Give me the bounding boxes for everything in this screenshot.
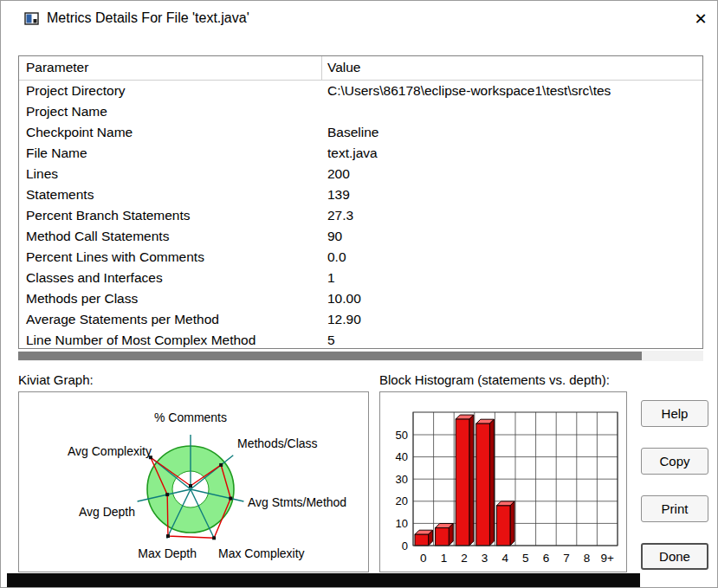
value-cell: 200 [322,164,702,184]
histogram-x-tick: 6 [543,552,550,565]
table-body: Project DirectoryC:\Users\86178\eclipse-… [19,81,702,349]
horizontal-scrollbar[interactable] [18,351,703,361]
value-cell: 12.90 [322,309,702,330]
value-cell: 5 [322,330,702,349]
kiviat-axis-label: Avg Depth [79,505,135,519]
param-cell: Methods per Class [19,288,322,309]
value-cell: C:\Users\86178\eclipse-workspace1\test\s… [322,81,702,101]
table-row[interactable]: Methods per Class10.00 [19,288,702,309]
table-row[interactable]: Lines200 [19,164,702,184]
kiviat-axis-label: Methods/Class [237,436,318,450]
value-cell: 90 [322,226,702,247]
histogram-x-tick: 4 [501,552,508,565]
kiviat-axis-label: Max Complexity [218,546,305,560]
titlebar: Metrics Details For File 'text.java' ✕ [1,1,717,39]
col-header-value[interactable]: Value [322,56,702,80]
table-row[interactable]: Checkpoint NameBaseline [19,122,702,143]
histogram-y-tick: 10 [396,517,408,530]
table-row[interactable]: Percent Branch Statements27.3 [19,205,702,226]
histogram-x-tick: 8 [584,552,591,565]
histogram-x-tick: 1 [441,552,448,565]
table-row[interactable]: Project DirectoryC:\Users\86178\eclipse-… [19,81,702,101]
kiviat-axis-label: Max Depth [138,546,197,560]
table-row[interactable]: Average Statements per Method12.90 [19,309,702,330]
table-row[interactable]: Project Name [19,101,702,122]
table-row[interactable]: Classes and Interfaces1 [19,268,702,288]
histogram-x-tick: 2 [461,552,468,565]
print-button[interactable]: Print [641,495,708,522]
kiviat-axis-label: % Comments [154,410,227,424]
kiviat-section-label: Kiviat Graph: [18,372,94,387]
close-button[interactable]: ✕ [689,7,713,31]
kiviat-axis-label: Avg Complexity [68,444,152,458]
metrics-table: Parameter Value Project DirectoryC:\User… [18,55,703,349]
param-cell: Project Directory [19,81,322,101]
kiviat-axis-label: Avg Stmts/Method [248,495,346,509]
histogram-y-tick: 30 [396,473,408,486]
table-row[interactable]: Statements139 [19,184,702,205]
table-row[interactable]: Line Number of Most Complex Method5 [19,330,702,349]
param-cell: Classes and Interfaces [19,268,322,288]
histogram-section-label: Block Histogram (statements vs. depth): [379,372,610,387]
param-cell: Method Call Statements [19,226,322,247]
background-window-strip [7,573,640,588]
histogram-y-tick: 0 [402,540,408,552]
histogram-x-tick: 5 [522,552,529,565]
copy-button[interactable]: Copy [641,448,708,475]
param-cell: Checkpoint Name [19,122,322,143]
help-button[interactable]: Help [641,400,708,427]
histogram-y-tick: 50 [396,429,408,442]
value-cell: 139 [322,184,702,205]
histogram-y-tick: 40 [396,450,408,463]
param-cell: Line Number of Most Complex Method [19,330,322,349]
kiviat-chart: % CommentsMethods/ClassAvg Stmts/MethodM… [19,392,368,572]
table-row[interactable]: Method Call Statements90 [19,226,702,247]
param-cell: Lines [19,164,322,184]
param-cell: Percent Branch Statements [19,205,322,226]
value-cell: 10.00 [322,288,702,309]
table-row[interactable]: Percent Lines with Comments0.0 [19,247,702,268]
param-cell: Average Statements per Method [19,309,322,330]
param-cell: Project Name [19,101,322,122]
param-cell: Statements [19,184,322,205]
window-title: Metrics Details For File 'text.java' [47,10,249,26]
col-header-parameter[interactable]: Parameter [19,56,322,80]
histogram-x-tick: 9+ [600,552,614,565]
value-cell: Baseline [322,122,702,143]
kiviat-graph-box: % CommentsMethods/ClassAvg Stmts/MethodM… [18,391,369,572]
done-button[interactable]: Done [641,543,708,570]
value-cell: 27.3 [322,205,702,226]
histogram-x-tick: 7 [563,552,570,565]
block-histogram-box: 010203040500123456789+ [379,391,627,572]
value-cell: 1 [322,268,702,288]
param-cell: Percent Lines with Comments [19,247,322,268]
table-header: Parameter Value [19,56,702,81]
value-cell: 0.0 [322,247,702,268]
histogram-y-tick: 20 [396,494,408,507]
table-row[interactable]: File Nametext.java [19,143,702,164]
value-cell [322,101,702,122]
value-cell: text.java [322,143,702,164]
histogram-x-tick: 0 [420,552,427,565]
histogram-x-tick: 3 [482,552,488,565]
scrollbar-thumb[interactable] [18,352,642,360]
param-cell: File Name [19,143,322,164]
app-icon [24,11,40,27]
histogram-chart: 010203040500123456789+ [380,392,626,572]
